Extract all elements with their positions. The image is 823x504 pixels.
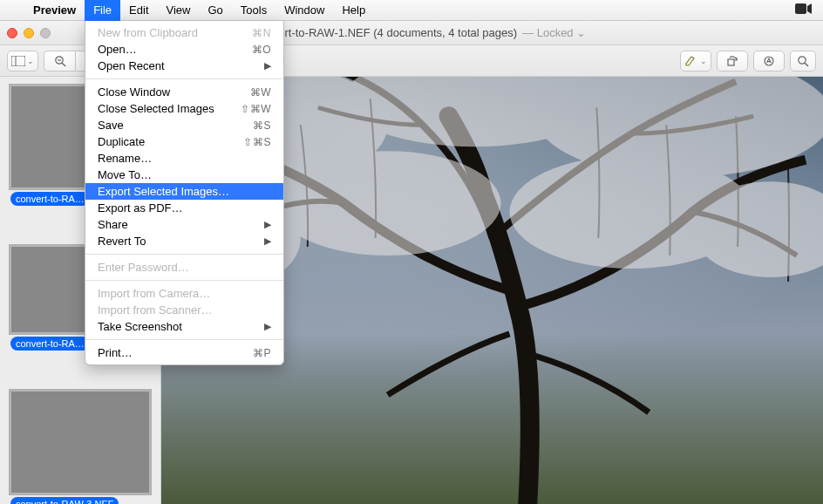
menubar-item-edit[interactable]: Edit bbox=[120, 0, 157, 21]
menu-item-label: Move To… bbox=[98, 168, 271, 181]
menu-item-label: Export as PDF… bbox=[98, 201, 271, 215]
menu-item-shortcut: ⇧⌘W bbox=[241, 103, 271, 115]
svg-point-17 bbox=[275, 151, 501, 255]
menu-item-revert-to[interactable]: Revert To▶ bbox=[85, 233, 283, 249]
menu-separator bbox=[85, 254, 283, 255]
menu-item-label: Import from Scanner… bbox=[98, 303, 271, 317]
menu-item-rename[interactable]: Rename… bbox=[85, 150, 283, 167]
menu-item-label: Enter Password… bbox=[98, 261, 271, 274]
menu-item-import-from-camera: Import from Camera… bbox=[85, 285, 283, 302]
highlight-button[interactable]: ⌄ bbox=[680, 51, 711, 72]
rotate-button[interactable] bbox=[717, 51, 748, 72]
menu-item-shortcut: ⌘P bbox=[253, 347, 271, 359]
menu-item-label: Revert To bbox=[98, 235, 264, 248]
submenu-chevron-icon: ▶ bbox=[264, 219, 271, 230]
menubar-item-tools[interactable]: Tools bbox=[232, 0, 275, 21]
traffic-lights bbox=[7, 28, 51, 38]
menu-item-label: New from Clipboard bbox=[98, 26, 252, 39]
menu-item-print[interactable]: Print…⌘P bbox=[85, 344, 283, 361]
svg-point-12 bbox=[799, 56, 806, 63]
menu-item-save[interactable]: Save⌘S bbox=[85, 117, 283, 133]
menu-item-label: Save bbox=[98, 119, 253, 132]
titlebar-center: convert-to-RAW-1.NEF (4 documents, 4 tot… bbox=[237, 26, 586, 40]
thumbnail-image bbox=[10, 391, 150, 494]
thumbnail-caption: convert-to-RA… bbox=[10, 192, 90, 206]
menu-item-open[interactable]: Open…⌘O bbox=[85, 41, 283, 58]
markup-toolbar-button[interactable] bbox=[753, 51, 785, 72]
svg-rect-0 bbox=[795, 3, 806, 14]
menu-separator bbox=[85, 280, 283, 281]
menu-item-enter-password: Enter Password… bbox=[85, 259, 283, 276]
menu-item-close-window[interactable]: Close Window⌘W bbox=[85, 84, 283, 100]
menu-item-export-selected-images[interactable]: Export Selected Images… bbox=[85, 183, 283, 200]
menu-item-shortcut: ⌘N bbox=[252, 27, 271, 39]
facetime-menubar-icon[interactable] bbox=[795, 3, 823, 17]
menu-item-open-recent[interactable]: Open Recent▶ bbox=[85, 58, 283, 74]
menubar-item-view[interactable]: View bbox=[158, 0, 200, 21]
menu-item-label: Open… bbox=[98, 43, 252, 56]
thumbnail-caption: convert-to-RA… bbox=[10, 337, 90, 351]
zoom-out-button[interactable] bbox=[44, 51, 75, 72]
close-window-button[interactable] bbox=[7, 28, 17, 38]
menu-item-label: Close Selected Images bbox=[98, 102, 241, 115]
svg-rect-1 bbox=[11, 56, 25, 66]
menu-item-label: Print… bbox=[98, 346, 253, 359]
menu-item-label: Duplicate bbox=[98, 135, 243, 148]
menu-separator bbox=[85, 78, 283, 79]
menu-item-export-as-pdf[interactable]: Export as PDF… bbox=[85, 200, 283, 216]
menu-item-label: Rename… bbox=[98, 152, 271, 165]
menu-item-new-from-clipboard: New from Clipboard⌘N bbox=[85, 24, 283, 41]
menu-item-label: Close Window bbox=[98, 85, 250, 99]
menu-item-import-from-scanner: Import from Scanner… bbox=[85, 302, 283, 318]
submenu-chevron-icon: ▶ bbox=[264, 235, 271, 247]
menu-item-label: Take Screenshot bbox=[98, 320, 264, 333]
menu-separator bbox=[85, 339, 283, 340]
menubar-item-go[interactable]: Go bbox=[199, 0, 231, 21]
menu-item-label: Open Recent bbox=[98, 59, 264, 72]
zoom-window-button[interactable] bbox=[40, 28, 51, 38]
window-title: convert-to-RAW-1.NEF (4 documents, 4 tot… bbox=[255, 26, 517, 39]
submenu-chevron-icon: ▶ bbox=[264, 60, 271, 72]
menu-item-shortcut: ⌘S bbox=[253, 119, 271, 132]
menubar-item-file[interactable]: File bbox=[85, 0, 120, 21]
menubar-item-help[interactable]: Help bbox=[333, 0, 374, 21]
minimize-window-button[interactable] bbox=[24, 28, 34, 38]
menu-item-move-to[interactable]: Move To… bbox=[85, 167, 283, 183]
menu-item-label: Export Selected Images… bbox=[98, 185, 271, 198]
svg-line-4 bbox=[62, 63, 65, 66]
menubar: Preview FileEditViewGoToolsWindowHelp bbox=[0, 0, 823, 21]
file-menu-dropdown: New from Clipboard⌘NOpen…⌘OOpen Recent▶C… bbox=[85, 21, 284, 365]
submenu-chevron-icon: ▶ bbox=[264, 321, 271, 332]
locked-indicator[interactable]: — Locked bbox=[522, 26, 586, 39]
menu-item-duplicate[interactable]: Duplicate⇧⌘S bbox=[85, 133, 283, 150]
menu-item-shortcut: ⌘W bbox=[250, 86, 271, 99]
menu-item-label: Share bbox=[98, 218, 264, 231]
menu-item-take-screenshot[interactable]: Take Screenshot▶ bbox=[85, 318, 283, 335]
menu-item-shortcut: ⇧⌘S bbox=[243, 136, 271, 148]
menu-item-share[interactable]: Share▶ bbox=[85, 216, 283, 233]
svg-rect-10 bbox=[728, 59, 734, 65]
svg-line-13 bbox=[805, 63, 808, 66]
menubar-item-window[interactable]: Window bbox=[275, 0, 333, 21]
menu-item-close-selected-images[interactable]: Close Selected Images⇧⌘W bbox=[85, 100, 283, 117]
menu-item-label: Import from Camera… bbox=[98, 287, 271, 300]
thumbnail[interactable]: convert-to-RAW-3 NEF bbox=[10, 391, 150, 504]
menu-item-shortcut: ⌘O bbox=[252, 44, 271, 56]
search-button[interactable] bbox=[790, 51, 816, 72]
thumbnail-caption: convert-to-RAW-3 NEF bbox=[10, 497, 119, 504]
sidebar-toggle-button[interactable]: ⌄ bbox=[7, 51, 38, 72]
app-name[interactable]: Preview bbox=[24, 3, 85, 17]
